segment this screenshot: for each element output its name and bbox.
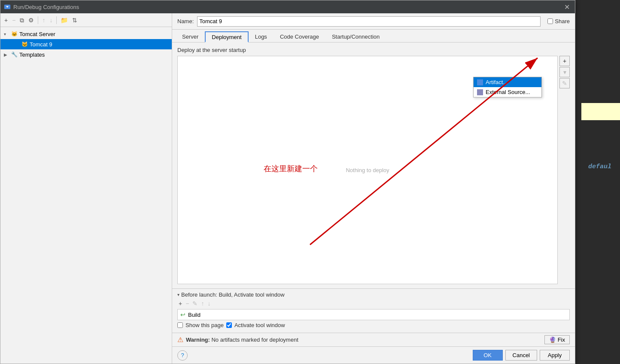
toolbar-separator-1: [38, 16, 38, 24]
tab-logs[interactable]: Logs: [249, 31, 274, 42]
deploy-area-wrapper: Nothing to deploy 在这里新建一个 Artifact...: [177, 56, 570, 284]
tree-item-tomcat-server-group[interactable]: ▾ 🐱 Tomcat Server: [0, 29, 172, 39]
dropdown-menu: Artifact... External Source...: [473, 77, 542, 97]
before-launch-expand-icon[interactable]: ▾: [177, 292, 179, 297]
move-up-button[interactable]: ↑: [41, 16, 46, 24]
title-bar: Run/Debug Configurations ✕: [0, 0, 575, 13]
tomcat9-label: Tomcat 9: [30, 41, 52, 48]
before-launch-title: Before launch: Build, Activate tool wind…: [181, 291, 285, 298]
remove-config-button[interactable]: −: [11, 16, 17, 24]
ext-source-icon: [477, 89, 483, 95]
activate-tool-label: Activate tool window: [234, 322, 285, 328]
dialog-title: Run/Debug Configurations: [13, 4, 79, 10]
deploy-side-buttons: + ▾ ✎: [559, 56, 570, 284]
ok-button[interactable]: OK: [473, 350, 503, 361]
tomcat9-icon: 🐱: [21, 41, 28, 48]
copy-config-button[interactable]: ⧉: [18, 16, 25, 24]
before-launch-header: ▾ Before launch: Build, Activate tool wi…: [177, 291, 570, 298]
tab-server[interactable]: Server: [176, 31, 205, 42]
show-page-checkbox[interactable]: [177, 322, 183, 328]
tree-item-templates[interactable]: ▶ 🔧 Templates: [0, 49, 172, 60]
warning-detail: No artifacts marked for deployment: [211, 337, 298, 343]
title-bar-left: Run/Debug Configurations: [4, 3, 79, 10]
help-icon: ?: [181, 352, 184, 358]
share-label: Share: [555, 18, 570, 24]
settings-button[interactable]: ⚙: [27, 16, 35, 24]
dropdown-item-external-source[interactable]: External Source...: [474, 87, 541, 97]
templates-icon: 🔧: [11, 51, 18, 58]
share-checkbox[interactable]: [547, 18, 553, 24]
before-launch-toolbar: + − ✎ ↑ ↓: [177, 300, 570, 307]
tab-code-coverage[interactable]: Code Coverage: [274, 31, 325, 42]
sort-button[interactable]: ⇅: [71, 16, 79, 24]
fix-button[interactable]: 🔮 Fix: [544, 335, 570, 344]
name-row: Name: Share: [172, 13, 575, 30]
annotation-text: 在这里新建一个: [264, 164, 318, 174]
close-button[interactable]: ✕: [562, 3, 571, 11]
warning-text: Warning: No artifacts marked for deploym…: [186, 337, 542, 343]
build-icon: ↩: [180, 311, 185, 318]
build-item-label: Build: [188, 312, 201, 318]
warning-icon: ⚠: [177, 336, 183, 344]
deploy-add-button[interactable]: +: [559, 56, 570, 66]
before-launch-remove-btn[interactable]: −: [184, 300, 190, 307]
tab-deployment[interactable]: Deployment: [205, 31, 248, 42]
show-page-label: Show this page: [185, 322, 224, 328]
tomcat-server-icon: 🐱: [11, 30, 18, 37]
folder-button[interactable]: 📁: [59, 16, 69, 24]
name-label: Name:: [177, 18, 194, 24]
help-button[interactable]: ?: [177, 350, 188, 361]
before-launch-up-btn[interactable]: ↑: [200, 300, 205, 307]
bottom-buttons: ? OK Cancel Apply: [172, 346, 575, 364]
tree-item-tomcat9[interactable]: 🐱 Tomcat 9: [0, 39, 172, 49]
move-down-button[interactable]: ↓: [48, 16, 54, 24]
tabs-bar: Server Deployment Logs Code Coverage Sta…: [172, 30, 575, 42]
before-launch-section: ▾ Before launch: Build, Activate tool wi…: [172, 288, 575, 333]
expand-icon-templates: ▶: [4, 52, 11, 57]
before-launch-add-btn[interactable]: +: [177, 300, 183, 307]
tomcat-server-group-label: Tomcat Server: [19, 31, 55, 37]
editor-yellow-block: [581, 103, 620, 120]
warning-bar: ⚠ Warning: No artifacts marked for deplo…: [172, 333, 575, 346]
tab-content-deployment: Deploy at the server startup Nothing to …: [172, 42, 575, 288]
dropdown-item-artifact[interactable]: Artifact...: [474, 77, 541, 87]
deploy-at-startup-label: Deploy at the server startup: [177, 47, 570, 53]
cancel-button[interactable]: Cancel: [505, 350, 537, 361]
editor-right-text: defaul: [588, 163, 611, 170]
build-item: ↩ Build: [177, 309, 570, 320]
warning-bold: Warning:: [186, 337, 210, 343]
before-launch-down-btn[interactable]: ↓: [206, 300, 212, 307]
tree-area: ▾ 🐱 Tomcat Server 🐱 Tomcat 9 ▶ 🔧 Templat…: [0, 27, 172, 364]
activate-tool-checkbox[interactable]: [226, 322, 232, 328]
share-checkbox-area: Share: [547, 18, 570, 24]
artifact-label: Artifact...: [486, 79, 508, 85]
left-toolbar: + − ⧉ ⚙ ↑ ↓ 📁 ⇅: [0, 13, 172, 27]
artifact-icon: [477, 79, 483, 85]
external-source-label: External Source...: [486, 89, 530, 95]
templates-label: Templates: [19, 52, 45, 58]
deploy-list: Nothing to deploy 在这里新建一个 Artifact...: [177, 56, 558, 284]
dialog-icon: [4, 3, 11, 10]
right-panel: Name: Share Server Deployment Logs: [172, 13, 575, 364]
toolbar-separator-2: [56, 16, 57, 24]
apply-button[interactable]: Apply: [540, 350, 570, 361]
expand-icon-tomcat-server: ▾: [4, 32, 11, 36]
name-input[interactable]: [197, 16, 541, 27]
left-panel: + − ⧉ ⚙ ↑ ↓ 📁 ⇅ ▾ 🐱 Tomcat Server: [0, 13, 172, 364]
add-config-button[interactable]: +: [3, 16, 9, 24]
run-debug-dialog: Run/Debug Configurations ✕ + − ⧉ ⚙ ↑ ↓ 📁…: [0, 0, 575, 364]
main-area: + − ⧉ ⚙ ↑ ↓ 📁 ⇅ ▾ 🐱 Tomcat Server: [0, 13, 575, 364]
show-page-row: Show this page Activate tool window: [177, 320, 570, 330]
deploy-edit-button[interactable]: ✎: [559, 78, 570, 88]
before-launch-edit-btn[interactable]: ✎: [191, 300, 199, 307]
tab-startup-connection[interactable]: Startup/Connection: [325, 31, 386, 42]
deploy-down-button[interactable]: ▾: [559, 67, 570, 77]
